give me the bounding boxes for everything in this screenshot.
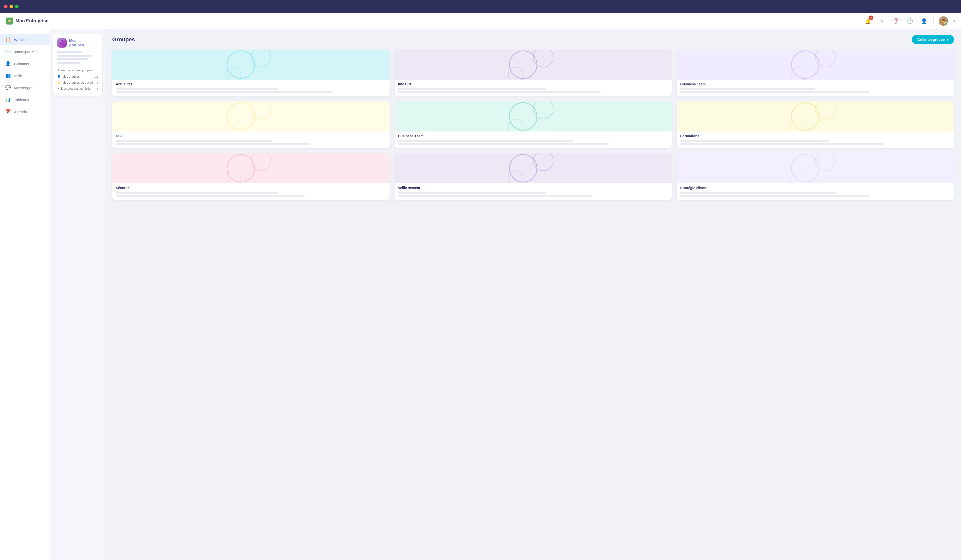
group-banner [112,50,390,80]
group-card-securite[interactable]: Sécurité [112,153,390,200]
left-panel: 🟣 Mes groupes ★ Annuaires des groupes 👤 [50,29,105,560]
group-info: CSE [112,132,390,148]
group-card-infos-rh[interactable]: Infos RH [395,50,672,96]
svg-point-11 [226,119,241,132]
maximize-dot[interactable] [15,5,19,8]
mail-icon: ✉️ [5,48,11,55]
svg-point-14 [508,119,523,132]
skeleton-line [116,91,332,93]
close-dot[interactable] [4,5,8,8]
svg-point-1 [251,50,271,67]
group-card-veille-secteur[interactable]: Veille secteur [395,153,672,200]
chevron-down-icon: ▾ [947,38,948,42]
group-card-strategie-clients[interactable]: Stratégie clients [677,153,954,200]
mes-groupes-title: Mes groupes [69,39,84,47]
sidebar-item-jamespot-label: Jamespot Mail [14,50,39,54]
group-skeleton [680,88,950,93]
titlebar [0,0,961,13]
svg-point-23 [508,171,523,183]
skeleton-line [398,140,574,142]
group-card-cse[interactable]: CSE [112,101,390,148]
skeleton-line [116,195,305,197]
page-header: Groupes Créer un groupe ▾ [112,35,954,44]
skeleton-line [116,143,310,145]
skeleton-line [57,51,82,53]
app-name: Mon Entreprise [16,18,48,24]
svg-point-7 [815,50,836,67]
folder-icon: 📁 [57,81,61,84]
sidebar-item-visio[interactable]: 👥 Visio [0,70,50,81]
star-icon: ☆ [879,18,884,24]
group-info: Business Team [677,80,954,96]
group-skeleton [116,88,386,93]
skeleton-line [57,58,88,60]
group-info: Infos RH [395,80,672,96]
history-button[interactable]: 🕐 [905,16,914,26]
sidebar-item-wedoc-label: WeDoc [14,38,26,42]
create-group-button[interactable]: Créer un groupe ▾ [912,35,954,44]
sidebar-item-jamespot[interactable]: ✉️ Jamespot Mail [0,46,50,57]
main-content: Groupes Créer un groupe ▾ Actualités [105,29,961,560]
skeleton-line [398,91,601,93]
sidebar-item-agenda[interactable]: 📅 Agenda [0,106,50,117]
group-card-business-team-1[interactable]: Business Team [677,50,954,96]
svg-point-13 [533,101,553,119]
visio-icon: 👥 [5,73,11,79]
mes-groupes-archives-item[interactable]: ✕ Mes groupes archivés 5 [57,86,98,91]
notification-badge: 8 [869,16,873,20]
wedoc-icon: 📋 [5,37,11,43]
group-skeleton [398,192,669,197]
minimize-dot[interactable] [10,5,13,8]
group-banner [395,153,672,183]
create-group-label: Créer un groupe [918,38,945,42]
sidebar-item-tableaux[interactable]: 📊 Tableaux [0,94,50,105]
notifications-button[interactable]: 🔔 8 [863,16,872,26]
group-skeleton [398,88,669,93]
page-title: Groupes [112,36,135,43]
svg-point-2 [226,67,241,80]
group-card-formations[interactable]: Formations [677,101,954,148]
group-name: Business Team [680,82,950,86]
svg-point-4 [533,50,553,67]
avatar-image: 👨 [939,16,948,26]
mes-groupes-skeleton [57,51,98,64]
group-skeleton [680,140,950,145]
svg-point-10 [251,101,271,119]
group-card-business-team-2[interactable]: Business Team [395,101,672,148]
sidebar-item-messenger[interactable]: 💬 Messenger [0,82,50,93]
annuaires-section-title: ★ Annuaires des groupes [57,67,98,74]
group-name: Infos RH [398,82,669,86]
svg-point-5 [508,67,523,80]
avatar[interactable]: 👨 [939,16,948,26]
group-skeleton [116,192,386,197]
mes-groupes-item[interactable]: 👤 Mes groupes 12 [57,74,98,80]
skeleton-line [57,62,80,64]
sidebar-item-agenda-label: Agenda [14,110,27,114]
group-card-actualites[interactable]: Actualités [112,50,390,96]
skeleton-line [57,55,92,56]
sidebar-item-visio-label: Visio [14,74,22,78]
svg-point-19 [251,153,271,171]
skeleton-line [398,88,546,90]
group-name: Formations [680,134,950,138]
skeleton-line [398,195,593,197]
group-banner [112,153,390,183]
group-banner [677,153,954,183]
contacts-icon: 👤 [5,61,11,67]
sidebar-item-contacts[interactable]: 👤 Contacts [0,58,50,69]
group-info: Actualités [112,80,390,96]
group-name: Veille secteur [398,186,669,190]
favorites-button[interactable]: ☆ [877,16,886,26]
mes-groupes-travail-item[interactable]: 📁 Mes groupes de travail 2 [57,80,98,86]
group-banner [395,101,672,132]
svg-point-17 [791,119,805,132]
sidebar-item-wedoc[interactable]: 📋 WeDoc [0,34,50,45]
svg-point-20 [226,171,241,183]
skeleton-line [680,91,869,93]
user-menu-chevron[interactable]: ▾ [953,19,955,23]
sidebar: 📋 WeDoc ✉️ Jamespot Mail 👤 Contacts 👥 Vi… [0,29,50,560]
app-layout: 📋 WeDoc ✉️ Jamespot Mail 👤 Contacts 👥 Vi… [0,29,961,560]
svg-point-25 [815,153,836,171]
help-button[interactable]: ❓ [891,16,900,26]
account-button[interactable]: 👤 [919,16,929,26]
